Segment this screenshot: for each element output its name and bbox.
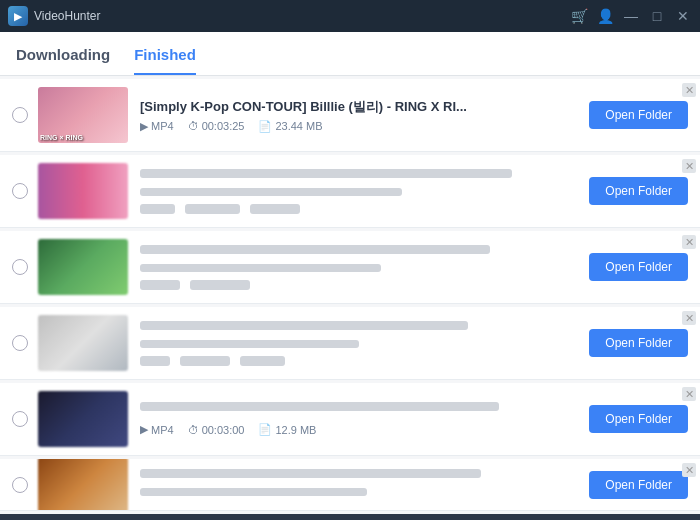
open-folder-button[interactable]: Open Folder: [589, 177, 688, 205]
item-title-blurred-2: [140, 264, 381, 272]
item-title-blurred-2: [140, 188, 402, 196]
item-thumbnail: [38, 315, 128, 371]
item-info: ▶ MP4 ⏱ 00:03:00 📄 12.9 MB: [140, 402, 577, 436]
clock-icon: ⏱: [188, 120, 199, 132]
open-folder-button[interactable]: Open Folder: [589, 405, 688, 433]
list-item: Open Folder ✕: [0, 231, 700, 304]
list-item: Open Folder ✕: [0, 459, 700, 511]
item-title-blurred-2: [140, 488, 367, 496]
item-title-blurred: [140, 169, 512, 178]
item-thumbnail: [38, 459, 128, 511]
item-info: [140, 469, 577, 500]
close-item-button[interactable]: ✕: [682, 83, 696, 97]
item-thumbnail: [38, 87, 128, 143]
item-thumbnail: [38, 239, 128, 295]
item-checkbox[interactable]: [12, 477, 28, 493]
window-controls: 🛒 👤 — □ ✕: [570, 7, 692, 25]
close-icon[interactable]: ✕: [674, 7, 692, 25]
item-checkbox[interactable]: [12, 183, 28, 199]
app-name: VideoHunter: [34, 9, 570, 23]
clock-icon: ⏱: [188, 424, 199, 436]
user-icon[interactable]: 👤: [596, 7, 614, 25]
title-bar: ▶ VideoHunter 🛒 👤 — □ ✕: [0, 0, 700, 32]
list-item: Open Folder ✕: [0, 307, 700, 380]
item-size: 📄 12.9 MB: [258, 423, 316, 436]
main-content: Downloading Finished [Simply K-Pop CON-T…: [0, 32, 700, 520]
item-title-blurred: [140, 469, 481, 478]
item-info: [140, 169, 577, 214]
item-meta-blurred: [140, 204, 577, 214]
item-checkbox[interactable]: [12, 335, 28, 351]
maximize-icon[interactable]: □: [648, 7, 666, 25]
items-list[interactable]: [Simply K-Pop CON-TOUR] Billlie (빌리) - R…: [0, 76, 700, 514]
open-folder-button[interactable]: Open Folder: [589, 471, 688, 499]
tab-finished[interactable]: Finished: [134, 46, 196, 75]
cart-icon[interactable]: 🛒: [570, 7, 588, 25]
close-item-button[interactable]: ✕: [682, 235, 696, 249]
open-folder-button[interactable]: Open Folder: [589, 329, 688, 357]
item-meta: ▶ MP4 ⏱ 00:03:00 📄 12.9 MB: [140, 423, 577, 436]
close-item-button[interactable]: ✕: [682, 311, 696, 325]
item-duration: ⏱ 00:03:00: [188, 424, 245, 436]
close-item-button[interactable]: ✕: [682, 387, 696, 401]
item-title-blurred: [140, 402, 499, 411]
format-icon: ▶: [140, 423, 148, 436]
item-duration: ⏱ 00:03:25: [188, 120, 245, 132]
close-item-button[interactable]: ✕: [682, 463, 696, 477]
item-info: [140, 245, 577, 290]
item-checkbox[interactable]: [12, 411, 28, 427]
item-size: 📄 23.44 MB: [258, 120, 322, 133]
close-item-button[interactable]: ✕: [682, 159, 696, 173]
item-meta-blurred: [140, 280, 577, 290]
open-folder-button[interactable]: Open Folder: [589, 253, 688, 281]
open-folder-button[interactable]: Open Folder: [589, 101, 688, 129]
file-icon: 📄: [258, 120, 272, 133]
item-info: [140, 321, 577, 366]
minimize-icon[interactable]: —: [622, 7, 640, 25]
list-item: ▶ MP4 ⏱ 00:03:00 📄 12.9 MB Open Folder ✕: [0, 383, 700, 456]
item-thumbnail: [38, 391, 128, 447]
item-title-blurred: [140, 321, 468, 330]
tabs-container: Downloading Finished: [0, 32, 700, 76]
format-icon: ▶: [140, 120, 148, 133]
item-meta: ▶ MP4 ⏱ 00:03:25 📄 23.44 MB: [140, 120, 577, 133]
item-title-blurred-2: [140, 340, 359, 348]
item-checkbox[interactable]: [12, 107, 28, 123]
app-logo: ▶: [8, 6, 28, 26]
item-meta-blurred: [140, 356, 577, 366]
bottom-bar: Delete Select Delete All 24 item(s): [0, 514, 700, 520]
item-thumbnail: [38, 163, 128, 219]
item-title: [Simply K-Pop CON-TOUR] Billlie (빌리) - R…: [140, 98, 577, 116]
item-info: [Simply K-Pop CON-TOUR] Billlie (빌리) - R…: [140, 98, 577, 133]
list-item: Open Folder ✕: [0, 155, 700, 228]
item-title-blurred: [140, 245, 490, 254]
file-icon: 📄: [258, 423, 272, 436]
list-item: [Simply K-Pop CON-TOUR] Billlie (빌리) - R…: [0, 79, 700, 152]
item-checkbox[interactable]: [12, 259, 28, 275]
item-format: ▶ MP4: [140, 120, 174, 133]
item-format: ▶ MP4: [140, 423, 174, 436]
tab-downloading[interactable]: Downloading: [16, 46, 110, 75]
